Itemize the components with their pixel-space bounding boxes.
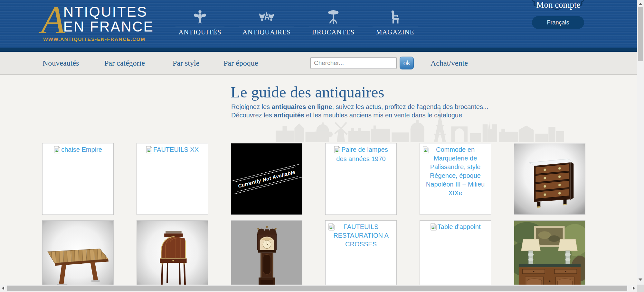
product-card-photo[interactable] (514, 220, 585, 292)
nav-underline (373, 26, 418, 26)
cylinder-desk-photo (137, 221, 208, 292)
scroll-right-arrow-icon[interactable] (633, 286, 635, 290)
product-card[interactable]: Paire de lampes des années 1970 (325, 143, 397, 215)
nav-underline (309, 26, 358, 26)
chairs-compass-icon (258, 8, 275, 24)
site-header: A NTIQUITES EN FRANCE WWW.ANTIQUITES-EN-… (0, 0, 637, 48)
nav-item-antiquaires[interactable]: ANTIQUAIRES (239, 8, 294, 36)
product-alt-link[interactable]: FAUTEUILS RESTAURATION A CROSSES (333, 223, 389, 248)
site-logo[interactable]: A NTIQUITES EN FRANCE WWW.ANTIQUITES-EN-… (41, 5, 154, 42)
nav-item-antiquites[interactable]: ANTIQUITÉS (175, 8, 224, 36)
armchair-icon (389, 8, 402, 24)
menu-link-achat-vente[interactable]: Achat/vente (431, 59, 468, 68)
product-card[interactable]: chaise Empire (42, 143, 114, 215)
vertical-scroll-thumb[interactable] (638, 7, 643, 61)
nav-item-magazine[interactable]: MAGAZINE (373, 8, 418, 36)
intro-line-1: Rejoignez les antiquaires en ligne, suiv… (231, 103, 488, 111)
grandfather-clock-photo (231, 221, 302, 292)
horizontal-scroll-thumb[interactable] (7, 286, 627, 291)
nav-item-brocantes[interactable]: BROCANTES (309, 8, 358, 36)
intro-line-2: Découvrez les antiquités et les meubles … (231, 111, 462, 119)
account-widget[interactable]: Mon compte (530, 0, 587, 15)
scroll-up-arrow-icon[interactable] (639, 3, 642, 5)
product-card[interactable]: Table d'appoint (420, 220, 491, 292)
page: A NTIQUITES EN FRANCE WWW.ANTIQUITES-EN-… (0, 0, 644, 292)
broken-image-icon (328, 223, 335, 232)
product-grid: chaise Empire FAUTEUILS XX Curren (42, 143, 585, 292)
account-label: Mon compte (536, 0, 580, 10)
broken-image-icon (422, 146, 429, 155)
product-alt-link[interactable]: FAUTEUILS XX (153, 146, 199, 153)
scroll-down-arrow-icon[interactable] (639, 278, 642, 281)
language-button[interactable]: Français (532, 16, 584, 29)
menu-link-par-style[interactable]: Par style (173, 59, 199, 68)
product-card-unavailable[interactable]: Currently Not Available (231, 143, 302, 215)
commode-photo (514, 143, 585, 214)
product-card[interactable]: Commode en Marqueterie de Palissandre, s… (420, 143, 491, 215)
product-card-photo[interactable] (42, 220, 114, 292)
menu-link-par-epoque[interactable]: Par époque (223, 59, 258, 68)
product-alt-link[interactable]: Commode en Marqueterie de Palissandre, s… (426, 146, 485, 196)
vertical-scrollbar[interactable] (637, 0, 644, 292)
broken-image-icon (54, 146, 61, 155)
scrollbar-corner (637, 285, 644, 292)
logo-wordmark: NTIQUITES EN FRANCE (63, 5, 154, 35)
product-alt-link[interactable]: Paire de lampes des années 1970 (336, 146, 388, 162)
product-card[interactable]: FAUTEUILS XX (137, 143, 208, 215)
header-divider (0, 48, 637, 52)
page-title: Le guide des antiquaires (231, 83, 384, 101)
search-ok-button[interactable]: ok (400, 57, 414, 69)
menu-link-par-categorie[interactable]: Par catégorie (104, 59, 145, 68)
product-card-photo[interactable] (514, 143, 585, 215)
product-alt-link[interactable]: chaise Empire (61, 146, 102, 153)
nav-underline (239, 26, 294, 26)
scroll-left-arrow-icon[interactable] (2, 286, 4, 290)
farm-table-photo (43, 221, 113, 292)
menu-bar: Nouveautés Par catégorie Par style Par é… (0, 52, 637, 75)
product-card-photo[interactable] (231, 220, 302, 292)
product-card[interactable]: FAUTEUILS RESTAURATION A CROSSES (325, 220, 397, 292)
menu-link-nouveautes[interactable]: Nouveautés (43, 59, 79, 68)
sideboard-photo (514, 221, 585, 292)
logo-monogram: A (41, 5, 65, 35)
horizontal-scrollbar[interactable] (0, 285, 637, 292)
nav-underline (175, 26, 224, 26)
search-input[interactable] (310, 57, 397, 69)
not-available-banner: Currently Not Available (231, 143, 302, 214)
product-alt-link[interactable]: Table d'appoint (438, 223, 481, 230)
pedestal-table-icon (326, 8, 341, 24)
cherub-icon (193, 8, 207, 24)
primary-nav: ANTIQUITÉS ANTIQUAIRES (175, 8, 418, 36)
site-url: WWW.ANTIQUITES-EN-FRANCE.COM (43, 36, 154, 42)
broken-image-icon (430, 223, 437, 232)
broken-image-icon (334, 146, 341, 155)
broken-image-icon (146, 146, 153, 155)
product-card-photo[interactable] (137, 220, 208, 292)
